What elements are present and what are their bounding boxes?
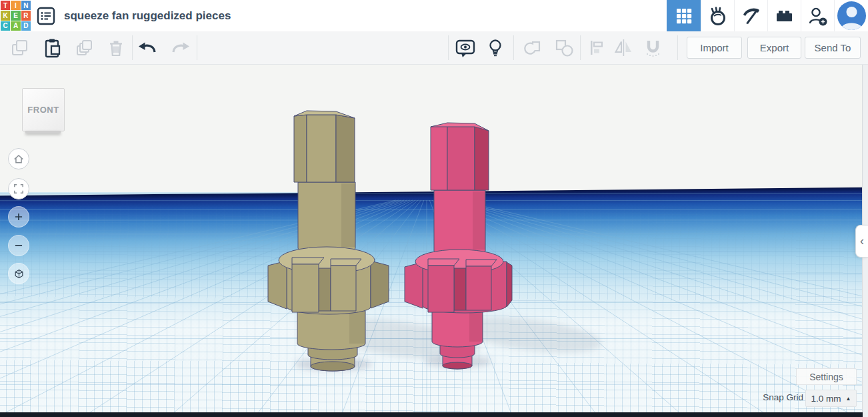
toolbar-separator <box>513 35 514 60</box>
snap-grid-dropdown[interactable]: 1.0 mm ▲ <box>805 390 857 407</box>
logo-tile: A <box>11 21 20 31</box>
view-cube[interactable]: FRONT <box>22 88 65 131</box>
design-title[interactable]: squeeze fan ruggedized pieces <box>64 0 231 31</box>
view-cube-base <box>25 131 61 133</box>
logo-tile: R <box>21 11 31 20</box>
workspace-grid-tab[interactable] <box>667 0 701 31</box>
ungroup-icon <box>553 37 575 59</box>
redo-icon <box>169 37 191 59</box>
grid-icon <box>673 5 695 27</box>
duplicate-icon <box>74 37 97 59</box>
ungroup-button[interactable] <box>549 36 579 59</box>
notes-button[interactable] <box>451 36 480 59</box>
logo-tile: N <box>21 1 31 10</box>
redo-button[interactable] <box>165 36 195 59</box>
duplicate-button[interactable] <box>71 36 100 59</box>
logo-tile: K <box>1 11 10 20</box>
toolbar-separator <box>132 35 133 60</box>
logo-tile: D <box>21 21 31 31</box>
logo-tile: E <box>11 11 20 20</box>
snap-button[interactable] <box>639 36 668 59</box>
brick-export-tab[interactable] <box>767 0 801 31</box>
copy-icon <box>9 37 31 59</box>
mirror-icon <box>613 37 635 59</box>
group-icon <box>521 37 543 59</box>
minecraft-export-tab[interactable] <box>734 0 768 31</box>
trash-icon <box>105 37 127 59</box>
snap-grid-label: Snap Grid <box>763 392 803 402</box>
edit-toolbar: Import Export Send To <box>0 31 868 65</box>
3d-viewport[interactable]: FRONT ‹ Settings Snap Grid 1.0 mm ▲ <box>0 64 868 417</box>
magnet-icon <box>642 37 665 59</box>
brick-icon <box>773 5 796 27</box>
toolbar-separator <box>448 35 449 60</box>
pickaxe-icon <box>740 5 763 27</box>
logo-tile: T <box>1 1 10 10</box>
snap-grid-value: 1.0 mm <box>811 394 841 404</box>
import-button[interactable]: Import <box>687 37 742 59</box>
panel-toggle-tab[interactable]: ‹ <box>855 225 868 258</box>
fit-view-icon <box>13 183 25 195</box>
add-person-icon <box>807 5 829 27</box>
sim-lab-tab[interactable] <box>701 0 735 31</box>
design-menu-button[interactable] <box>35 5 57 27</box>
undo-button[interactable] <box>133 36 163 59</box>
workplane-front-edge <box>0 412 863 417</box>
perspective-toggle-button[interactable] <box>8 263 29 284</box>
lightbulb-icon <box>485 37 507 59</box>
plus-icon <box>13 211 25 223</box>
caret-up-icon: ▲ <box>846 396 851 402</box>
cube-icon <box>13 268 25 280</box>
home-view-button[interactable] <box>8 148 29 169</box>
fit-view-button[interactable] <box>8 178 29 199</box>
design-menu-icon <box>35 5 57 27</box>
logo-tile: I <box>11 1 20 10</box>
tinkercad-logo[interactable]: TINKERCAD <box>0 0 31 31</box>
paste-icon <box>41 37 63 59</box>
chevron-left-icon: ‹ <box>860 234 864 248</box>
group-button[interactable] <box>517 36 547 59</box>
add-collaborator-button[interactable] <box>801 0 835 31</box>
delete-button[interactable] <box>101 36 131 59</box>
account-menu[interactable] <box>834 0 868 31</box>
mirror-button[interactable] <box>609 36 639 59</box>
minus-icon <box>13 240 25 252</box>
app-header: TINKERCAD squeeze fan ruggedized pieces <box>0 0 868 32</box>
undo-icon <box>137 37 159 59</box>
logo-tile: C <box>1 21 10 31</box>
toolbar-separator <box>197 35 197 60</box>
home-icon <box>12 152 25 165</box>
zoom-in-button[interactable] <box>8 206 29 228</box>
toolbar-separator <box>677 35 678 60</box>
copy-button[interactable] <box>5 36 35 59</box>
annotation-eye-icon <box>454 37 477 59</box>
show-all-button[interactable] <box>481 36 511 59</box>
zoom-out-button[interactable] <box>8 235 29 256</box>
paw-icon <box>707 5 729 27</box>
toolbar-separator <box>580 35 581 60</box>
avatar <box>837 1 866 30</box>
align-icon <box>586 37 609 59</box>
export-button[interactable]: Export <box>747 37 801 59</box>
settings-button[interactable]: Settings <box>796 368 857 385</box>
align-button[interactable] <box>583 36 612 59</box>
paste-button[interactable] <box>37 36 67 59</box>
send-to-button[interactable]: Send To <box>805 37 861 59</box>
